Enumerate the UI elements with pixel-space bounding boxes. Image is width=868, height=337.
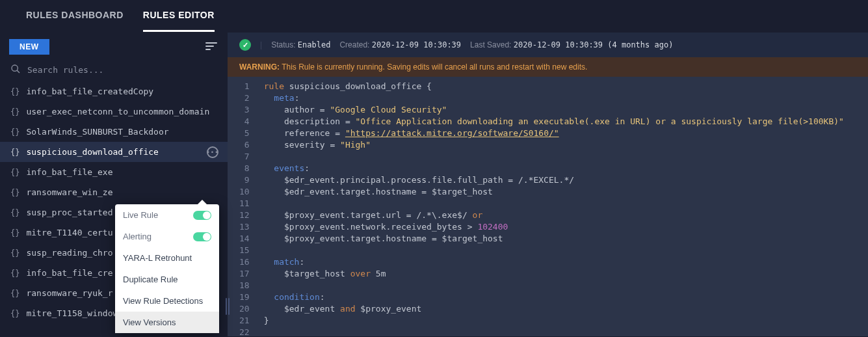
rule-item[interactable]: {}suspicious_download_office••• <box>0 142 228 162</box>
rule-label: ransomware_win_ze <box>26 187 112 197</box>
rule-brackets-icon: {} <box>10 309 20 318</box>
rule-label: mitre_T1140_certu <box>26 228 112 237</box>
saved-value: 2020-12-09 10:30:39 (4 months ago) <box>514 40 674 49</box>
pane-resize-handle[interactable] <box>225 298 230 315</box>
search-icon <box>10 64 21 76</box>
tab-editor[interactable]: RULES EDITOR <box>143 0 215 32</box>
rule-item[interactable]: {}user_exec_netconn_to_uncommon_domain <box>0 101 228 122</box>
rule-brackets-icon: {} <box>10 168 20 177</box>
search-input[interactable] <box>27 65 217 75</box>
popover-action[interactable]: View Rule Detections <box>115 290 219 312</box>
status-value: Enabled <box>298 40 331 49</box>
rule-label: susp_proc_started <box>26 208 112 217</box>
sort-icon[interactable] <box>205 40 217 54</box>
warning-bar: WARNING: This Rule is currently running.… <box>228 57 868 77</box>
rule-menu-button[interactable]: ••• <box>207 146 218 158</box>
rule-label: info_bat_file_exe <box>26 167 112 177</box>
popover-alerting: Alerting <box>115 226 219 247</box>
rule-brackets-icon: {} <box>10 87 20 96</box>
popover-action[interactable]: View Versions <box>115 312 219 333</box>
rule-brackets-icon: {} <box>10 249 20 258</box>
toggle-alerting[interactable] <box>193 232 211 241</box>
rule-brackets-icon: {} <box>10 208 20 217</box>
rule-item[interactable]: {}info_bat_file_createdCopy <box>0 81 228 101</box>
sidebar: NEW {}info_bat_file_createdCopy{}user_ex… <box>0 33 228 336</box>
rule-item[interactable]: {}SolarWinds_SUNBURST_Backdoor <box>0 122 228 142</box>
rule-label: susp_reading_chro <box>26 248 112 258</box>
status-ok-icon: ✓ <box>239 39 251 51</box>
rule-brackets-icon: {} <box>10 228 20 237</box>
status-label: Status: <box>271 40 295 49</box>
code-editor[interactable]: rule suspicious_download_office { meta: … <box>256 77 852 336</box>
tabs-bar: RULES DASHBOARD RULES EDITOR <box>0 0 868 33</box>
popover-action[interactable]: Duplicate Rule <box>115 269 219 290</box>
rule-label: user_exec_netconn_to_uncommon_domain <box>26 107 209 116</box>
rule-brackets-icon: {} <box>10 188 20 197</box>
created-label: Created: <box>339 40 369 49</box>
rule-label: ransomware_ryuk_r <box>26 288 112 298</box>
rule-brackets-icon: {} <box>10 128 20 137</box>
rule-brackets-icon: {} <box>10 148 20 157</box>
toggle-live-rule[interactable] <box>193 211 211 220</box>
rule-brackets-icon: {} <box>10 107 20 116</box>
rule-item[interactable]: {}ransomware_win_ze <box>0 182 228 202</box>
svg-line-4 <box>17 70 20 73</box>
svg-point-3 <box>12 65 18 71</box>
rule-label: SolarWinds_SUNBURST_Backdoor <box>26 127 168 137</box>
status-bar: ✓ | Status: Enabled Created: 2020-12-09 … <box>228 33 868 57</box>
created-value: 2020-12-09 10:30:39 <box>372 40 461 49</box>
rule-popover: Live Rule Alerting YARA-L RetrohuntDupli… <box>115 204 219 333</box>
rule-brackets-icon: {} <box>10 269 20 278</box>
saved-label: Last Saved: <box>470 40 511 49</box>
tab-dashboard[interactable]: RULES DASHBOARD <box>26 0 124 32</box>
new-rule-button[interactable]: NEW <box>9 39 49 55</box>
rule-label: suspicious_download_office <box>26 147 159 157</box>
popover-action[interactable]: YARA-L Retrohunt <box>115 247 219 269</box>
rule-item[interactable]: {}info_bat_file_exe <box>0 162 228 182</box>
popover-live-rule: Live Rule <box>115 204 219 226</box>
rule-brackets-icon: {} <box>10 289 20 298</box>
rule-label: info_bat_file_createdCopy <box>26 87 153 96</box>
rule-label: info_bat_file_cre <box>26 268 112 278</box>
